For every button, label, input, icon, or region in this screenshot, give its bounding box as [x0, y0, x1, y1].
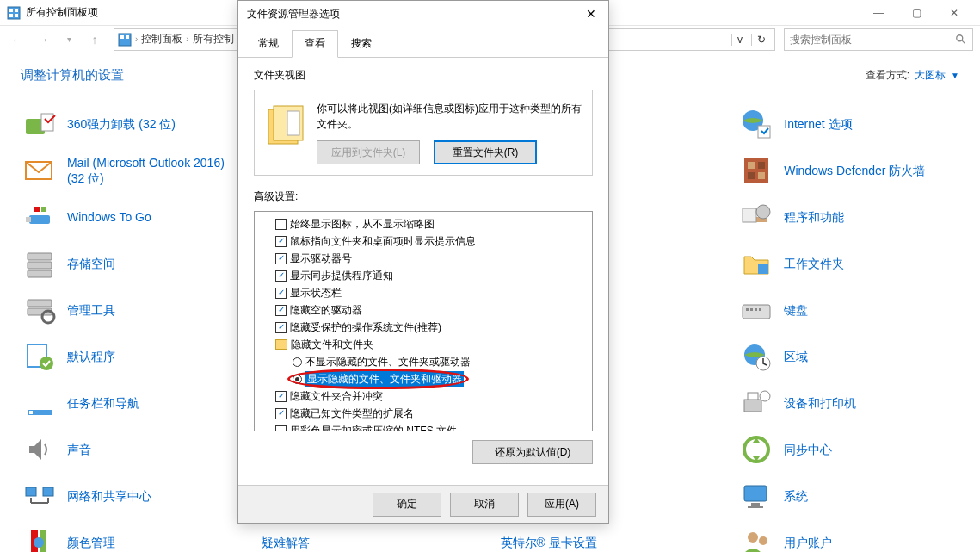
tree-option[interactable]: ✓显示状态栏 [255, 284, 592, 301]
checkbox-icon[interactable]: ✓ [275, 236, 287, 247]
search-icon[interactable] [955, 34, 967, 46]
tree-option[interactable]: 不显示隐藏的文件、文件夹或驱动器 [255, 353, 592, 370]
chevron-down-icon[interactable]: ▼ [951, 71, 959, 80]
breadcrumb-dropdown-icon[interactable]: v [731, 34, 748, 46]
svg-rect-2 [15, 9, 18, 12]
advanced-settings-tree[interactable]: 始终显示图标，从不显示缩略图✓鼠标指向文件夹和桌面项时显示提示信息✓显示驱动器号… [254, 211, 593, 431]
item-label: 用户账户 [784, 535, 832, 550]
item-label: 工作文件夹 [784, 256, 844, 271]
checkbox-icon[interactable] [275, 425, 287, 432]
svg-rect-18 [748, 172, 755, 179]
close-button[interactable]: ✕ [935, 1, 973, 25]
tree-option[interactable]: ✓隐藏已知文件类型的扩展名 [255, 405, 592, 422]
work-folders-icon [739, 246, 774, 281]
checkbox-icon[interactable]: ✓ [275, 408, 287, 419]
tree-option[interactable]: 始终显示图标，从不显示缩略图 [255, 215, 592, 233]
cp-item-storage[interactable]: 存储空间 [21, 244, 243, 283]
tab-view[interactable]: 查看 [292, 30, 338, 58]
cp-item-windows-to-go[interactable]: Windows To Go [21, 197, 243, 237]
dialog-close-button[interactable]: ✕ [579, 3, 603, 24]
cp-item-sync-center[interactable]: 同步中心 [737, 430, 959, 469]
folder-views-icon [265, 101, 306, 149]
option-text: 显示同步提供程序通知 [290, 268, 393, 283]
svg-rect-34 [743, 305, 770, 319]
cp-item-admin-tools[interactable]: 管理工具 [21, 290, 243, 330]
cp-item-taskbar[interactable]: 任务栏和导航 [21, 383, 243, 423]
breadcrumb-item[interactable]: 所有控制 [193, 32, 234, 47]
tree-option[interactable]: ✓隐藏文件夹合并冲突 [255, 388, 592, 405]
tree-option[interactable]: ✓鼠标指向文件夹和桌面项时显示提示信息 [255, 233, 592, 250]
checkbox-icon[interactable] [275, 219, 287, 230]
tab-search[interactable]: 搜索 [338, 30, 385, 57]
radio-icon[interactable] [293, 375, 302, 384]
usb-drive-icon [22, 200, 57, 234]
back-button[interactable]: ← [7, 29, 28, 50]
cancel-button[interactable]: 取消 [450, 493, 519, 517]
svg-rect-16 [748, 162, 755, 169]
item-label: 键盘 [784, 302, 808, 318]
checkbox-icon[interactable]: ✓ [275, 391, 287, 402]
breadcrumb-separator: › [186, 34, 188, 44]
option-text: 隐藏空的驱动器 [290, 302, 362, 318]
cp-item-mail[interactable]: Mail (Microsoft Outlook 2016) (32 位) [21, 151, 243, 190]
restore-defaults-button[interactable]: 还原为默认值(D) [472, 440, 593, 464]
tree-option[interactable]: 隐藏文件和文件夹 [255, 336, 592, 353]
svg-rect-38 [759, 308, 761, 311]
mail-icon [22, 153, 57, 188]
cp-item-defender[interactable]: Windows Defender 防火墙 [737, 151, 959, 190]
search-input[interactable] [790, 34, 955, 46]
tab-general[interactable]: 常规 [245, 30, 292, 57]
tree-option[interactable]: ✓隐藏空的驱动器 [255, 301, 592, 319]
recent-dropdown[interactable]: ▾ [59, 29, 79, 50]
checkbox-icon[interactable]: ✓ [275, 305, 287, 316]
control-panel-icon [118, 33, 132, 47]
folder-icon [275, 339, 287, 350]
color-management-icon [22, 525, 57, 552]
tree-option[interactable]: 用彩色显示加密或压缩的 NTFS 文件 [255, 422, 592, 431]
view-mode-selector[interactable]: 查看方式: 大图标 ▼ [866, 68, 959, 83]
apply-to-folders-button[interactable]: 应用到文件夹(L) [317, 140, 420, 164]
cp-item-sound[interactable]: 声音 [21, 430, 243, 469]
tree-option[interactable]: ✓显示同步提供程序通知 [255, 267, 592, 284]
cp-item-user-accounts[interactable]: 用户账户 [737, 523, 959, 552]
cp-item-color-management[interactable]: 颜色管理 [21, 523, 243, 552]
svg-rect-20 [29, 215, 50, 224]
cp-item-default-programs[interactable]: 默认程序 [21, 337, 243, 376]
tree-option[interactable]: ✓隐藏受保护的操作系统文件(推荐) [255, 319, 592, 336]
checkbox-icon[interactable]: ✓ [275, 288, 287, 299]
search-box[interactable] [784, 28, 973, 51]
item-label: 程序和功能 [784, 209, 844, 225]
item-label: 存储空间 [67, 256, 115, 271]
cp-item-region[interactable]: 区域 [737, 337, 959, 376]
apply-button[interactable]: 应用(A) [527, 493, 596, 517]
cp-item-programs[interactable]: 程序和功能 [737, 197, 959, 237]
view-mode-value[interactable]: 大图标 [915, 68, 946, 83]
radio-icon[interactable] [293, 357, 302, 367]
tree-option[interactable]: ✓显示驱动器号 [255, 250, 592, 267]
reset-folders-button[interactable]: 重置文件夹(R) [434, 140, 537, 164]
cp-item-360-uninstall[interactable]: 360强力卸载 (32 位) [21, 104, 243, 144]
tree-option[interactable]: 显示隐藏的文件、文件夹和驱动器 [255, 370, 592, 388]
svg-rect-4 [15, 14, 18, 17]
minimize-button[interactable]: — [860, 1, 897, 25]
checkbox-icon[interactable]: ✓ [275, 253, 287, 264]
cp-item-system[interactable]: 系统 [737, 476, 959, 516]
option-text: 用彩色显示加密或压缩的 NTFS 文件 [290, 423, 457, 431]
checkbox-icon[interactable]: ✓ [275, 322, 287, 333]
cp-item-troubleshoot[interactable]: 疑难解答 [260, 523, 482, 552]
maximize-button[interactable]: ▢ [897, 1, 935, 25]
ok-button[interactable]: 确定 [373, 493, 441, 517]
cp-item-keyboard[interactable]: 键盘 [737, 290, 959, 330]
cp-item-work-folders[interactable]: 工作文件夹 [737, 244, 959, 283]
control-panel-icon [7, 6, 21, 20]
forward-button[interactable]: → [33, 29, 53, 50]
cp-item-internet-options[interactable]: Internet 选项 [737, 104, 959, 144]
up-button[interactable]: ↑ [84, 29, 105, 50]
svg-rect-7 [126, 35, 129, 39]
refresh-icon[interactable]: ↻ [751, 34, 771, 46]
cp-item-network[interactable]: 网络和共享中心 [21, 476, 243, 516]
breadcrumb-item[interactable]: 控制面板 [141, 32, 182, 47]
checkbox-icon[interactable]: ✓ [275, 270, 287, 282]
cp-item-devices-printers[interactable]: 设备和打印机 [737, 383, 959, 423]
cp-item-intel-graphics[interactable]: 英特尔® 显卡设置 [499, 523, 721, 552]
